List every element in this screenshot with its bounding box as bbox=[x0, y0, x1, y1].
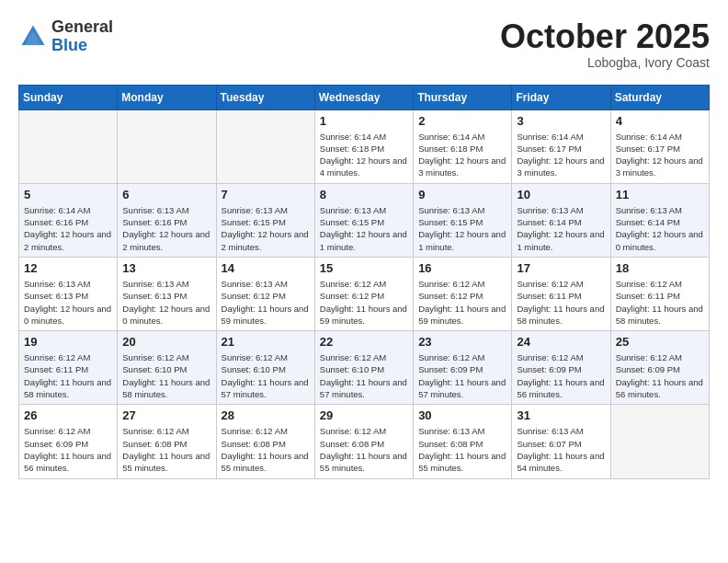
calendar-day-cell: 17Sunrise: 6:12 AM Sunset: 6:11 PM Dayli… bbox=[512, 257, 610, 330]
day-number: 22 bbox=[320, 335, 408, 349]
day-number: 3 bbox=[517, 114, 605, 128]
calendar-day-cell: 20Sunrise: 6:12 AM Sunset: 6:10 PM Dayli… bbox=[118, 331, 216, 405]
calendar-day-cell: 28Sunrise: 6:12 AM Sunset: 6:08 PM Dayli… bbox=[216, 405, 314, 478]
calendar-week-row: 26Sunrise: 6:12 AM Sunset: 6:09 PM Dayli… bbox=[19, 405, 710, 478]
day-number: 20 bbox=[122, 335, 210, 349]
calendar-day-cell bbox=[19, 109, 118, 183]
calendar-day-cell: 21Sunrise: 6:12 AM Sunset: 6:10 PM Dayli… bbox=[216, 331, 314, 405]
calendar-day-cell: 13Sunrise: 6:13 AM Sunset: 6:13 PM Dayli… bbox=[118, 257, 216, 330]
day-info: Sunrise: 6:13 AM Sunset: 6:15 PM Dayligh… bbox=[418, 204, 506, 253]
calendar-table: SundayMondayTuesdayWednesdayThursdayFrid… bbox=[18, 85, 710, 479]
day-number: 17 bbox=[517, 261, 605, 275]
page-header: General Blue October 2025 Lobogba, Ivory… bbox=[18, 18, 710, 70]
day-number: 29 bbox=[320, 408, 408, 422]
day-number: 23 bbox=[418, 335, 506, 349]
logo-general-text: General bbox=[51, 17, 113, 36]
calendar-day-cell: 23Sunrise: 6:12 AM Sunset: 6:09 PM Dayli… bbox=[414, 331, 512, 405]
calendar-day-cell: 18Sunrise: 6:12 AM Sunset: 6:11 PM Dayli… bbox=[610, 257, 709, 330]
day-number: 21 bbox=[222, 335, 310, 349]
weekday-header-friday: Friday bbox=[512, 85, 610, 109]
calendar-week-row: 1Sunrise: 6:14 AM Sunset: 6:18 PM Daylig… bbox=[19, 109, 710, 183]
calendar-day-cell: 5Sunrise: 6:14 AM Sunset: 6:16 PM Daylig… bbox=[19, 183, 118, 257]
calendar-day-cell: 24Sunrise: 6:12 AM Sunset: 6:09 PM Dayli… bbox=[512, 331, 610, 405]
weekday-header-saturday: Saturday bbox=[610, 85, 709, 109]
location: Lobogba, Ivory Coast bbox=[500, 55, 710, 70]
calendar-week-row: 19Sunrise: 6:12 AM Sunset: 6:11 PM Dayli… bbox=[19, 331, 710, 405]
day-number: 4 bbox=[616, 114, 704, 128]
calendar-day-cell: 12Sunrise: 6:13 AM Sunset: 6:13 PM Dayli… bbox=[19, 257, 118, 330]
day-info: Sunrise: 6:13 AM Sunset: 6:15 PM Dayligh… bbox=[222, 204, 310, 253]
calendar-day-cell: 29Sunrise: 6:12 AM Sunset: 6:08 PM Dayli… bbox=[314, 405, 413, 478]
calendar-day-cell: 26Sunrise: 6:12 AM Sunset: 6:09 PM Dayli… bbox=[19, 405, 118, 478]
day-number: 10 bbox=[517, 188, 605, 201]
day-number: 8 bbox=[320, 188, 408, 201]
day-info: Sunrise: 6:14 AM Sunset: 6:17 PM Dayligh… bbox=[616, 131, 704, 179]
day-number: 9 bbox=[418, 188, 506, 201]
day-info: Sunrise: 6:12 AM Sunset: 6:11 PM Dayligh… bbox=[24, 351, 112, 400]
day-number: 16 bbox=[418, 261, 506, 275]
day-number: 12 bbox=[24, 261, 112, 275]
day-number: 28 bbox=[222, 408, 310, 422]
day-info: Sunrise: 6:14 AM Sunset: 6:18 PM Dayligh… bbox=[320, 131, 408, 179]
day-number: 5 bbox=[24, 188, 112, 201]
calendar-day-cell: 2Sunrise: 6:14 AM Sunset: 6:18 PM Daylig… bbox=[414, 109, 512, 183]
calendar-day-cell: 4Sunrise: 6:14 AM Sunset: 6:17 PM Daylig… bbox=[610, 109, 709, 183]
day-info: Sunrise: 6:13 AM Sunset: 6:08 PM Dayligh… bbox=[418, 425, 506, 474]
day-info: Sunrise: 6:12 AM Sunset: 6:11 PM Dayligh… bbox=[616, 278, 704, 327]
calendar-day-cell: 31Sunrise: 6:13 AM Sunset: 6:07 PM Dayli… bbox=[512, 405, 610, 478]
day-info: Sunrise: 6:13 AM Sunset: 6:12 PM Dayligh… bbox=[222, 278, 310, 327]
day-info: Sunrise: 6:12 AM Sunset: 6:08 PM Dayligh… bbox=[222, 425, 310, 474]
calendar-day-cell: 10Sunrise: 6:13 AM Sunset: 6:14 PM Dayli… bbox=[512, 183, 610, 257]
day-info: Sunrise: 6:12 AM Sunset: 6:09 PM Dayligh… bbox=[616, 351, 704, 400]
day-info: Sunrise: 6:14 AM Sunset: 6:18 PM Dayligh… bbox=[418, 131, 506, 179]
calendar-week-row: 5Sunrise: 6:14 AM Sunset: 6:16 PM Daylig… bbox=[19, 183, 710, 257]
calendar-day-cell bbox=[610, 405, 709, 478]
day-info: Sunrise: 6:12 AM Sunset: 6:10 PM Dayligh… bbox=[320, 351, 408, 400]
day-number: 30 bbox=[418, 408, 506, 422]
day-info: Sunrise: 6:13 AM Sunset: 6:14 PM Dayligh… bbox=[616, 204, 704, 253]
calendar-day-cell: 22Sunrise: 6:12 AM Sunset: 6:10 PM Dayli… bbox=[314, 331, 413, 405]
title-block: October 2025 Lobogba, Ivory Coast bbox=[500, 18, 710, 70]
day-number: 19 bbox=[24, 335, 112, 349]
day-info: Sunrise: 6:14 AM Sunset: 6:16 PM Dayligh… bbox=[24, 204, 112, 253]
calendar-day-cell bbox=[118, 109, 216, 183]
month-title: October 2025 bbox=[500, 18, 710, 55]
day-number: 2 bbox=[418, 114, 506, 128]
calendar-day-cell: 27Sunrise: 6:12 AM Sunset: 6:08 PM Dayli… bbox=[118, 405, 216, 478]
day-info: Sunrise: 6:13 AM Sunset: 6:13 PM Dayligh… bbox=[24, 278, 112, 327]
weekday-header-tuesday: Tuesday bbox=[216, 85, 314, 109]
day-number: 1 bbox=[320, 114, 408, 128]
calendar-day-cell: 11Sunrise: 6:13 AM Sunset: 6:14 PM Dayli… bbox=[610, 183, 709, 257]
calendar-day-cell: 19Sunrise: 6:12 AM Sunset: 6:11 PM Dayli… bbox=[19, 331, 118, 405]
logo: General Blue bbox=[18, 18, 113, 55]
day-number: 18 bbox=[616, 261, 704, 275]
calendar-day-cell: 25Sunrise: 6:12 AM Sunset: 6:09 PM Dayli… bbox=[610, 331, 709, 405]
day-number: 26 bbox=[24, 408, 112, 422]
logo-blue-text: Blue bbox=[51, 36, 87, 54]
day-info: Sunrise: 6:12 AM Sunset: 6:12 PM Dayligh… bbox=[320, 278, 408, 327]
weekday-header-row: SundayMondayTuesdayWednesdayThursdayFrid… bbox=[19, 85, 710, 109]
calendar-day-cell: 30Sunrise: 6:13 AM Sunset: 6:08 PM Dayli… bbox=[414, 405, 512, 478]
day-number: 24 bbox=[517, 335, 605, 349]
calendar-day-cell: 7Sunrise: 6:13 AM Sunset: 6:15 PM Daylig… bbox=[216, 183, 314, 257]
day-number: 27 bbox=[122, 408, 210, 422]
day-number: 6 bbox=[122, 188, 210, 201]
day-info: Sunrise: 6:12 AM Sunset: 6:12 PM Dayligh… bbox=[418, 278, 506, 327]
day-number: 13 bbox=[122, 261, 210, 275]
calendar-day-cell: 1Sunrise: 6:14 AM Sunset: 6:18 PM Daylig… bbox=[314, 109, 413, 183]
weekday-header-monday: Monday bbox=[118, 85, 216, 109]
day-number: 7 bbox=[222, 188, 310, 201]
calendar-day-cell: 6Sunrise: 6:13 AM Sunset: 6:16 PM Daylig… bbox=[118, 183, 216, 257]
calendar-day-cell: 15Sunrise: 6:12 AM Sunset: 6:12 PM Dayli… bbox=[314, 257, 413, 330]
day-number: 15 bbox=[320, 261, 408, 275]
logo-icon bbox=[18, 22, 48, 52]
day-number: 25 bbox=[616, 335, 704, 349]
day-number: 11 bbox=[616, 188, 704, 201]
day-number: 31 bbox=[517, 408, 605, 422]
calendar-day-cell bbox=[216, 109, 314, 183]
day-info: Sunrise: 6:12 AM Sunset: 6:09 PM Dayligh… bbox=[24, 425, 112, 474]
day-info: Sunrise: 6:13 AM Sunset: 6:07 PM Dayligh… bbox=[517, 425, 605, 474]
weekday-header-thursday: Thursday bbox=[414, 85, 512, 109]
day-info: Sunrise: 6:12 AM Sunset: 6:10 PM Dayligh… bbox=[222, 351, 310, 400]
day-info: Sunrise: 6:12 AM Sunset: 6:09 PM Dayligh… bbox=[517, 351, 605, 400]
